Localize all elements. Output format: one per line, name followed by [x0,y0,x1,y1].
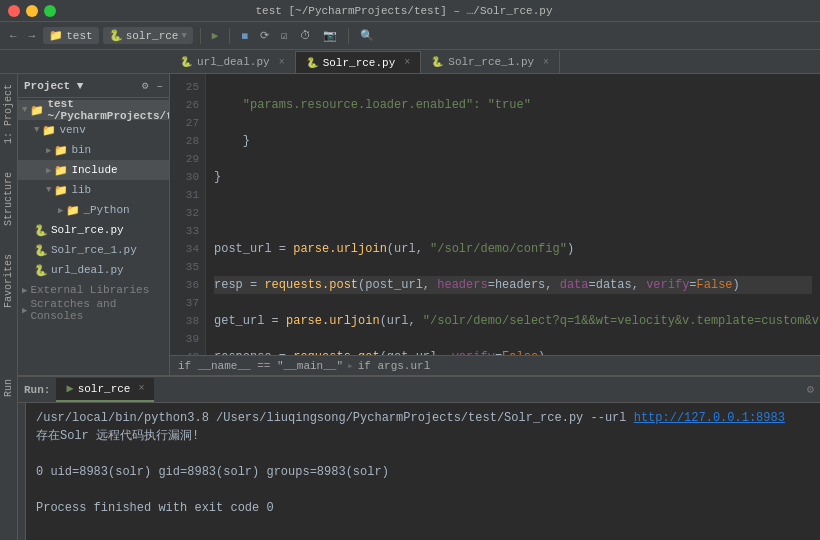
forward-button[interactable]: → [25,28,40,44]
tree-item-root[interactable]: 📁 test ~/PycharmProjects/test [18,100,169,120]
py-icon-2: 🐍 [306,57,318,69]
run-tab-icon: ▶ [66,381,73,396]
folder-python-icon: 📁 [66,204,80,217]
code-area: 25 26 27 28 29 30 31 32 33 34 35 36 37 3… [170,74,820,355]
tab-bar: 🐍 url_deal.py × 🐍 Solr_rce.py × 🐍 Solr_r… [0,50,820,74]
run-cmd-text: /usr/local/bin/python3.8 /Users/liuqings… [36,411,634,425]
project-name: test [66,30,92,42]
search-button[interactable]: 🔍 [356,27,378,44]
run-cmd-line: /usr/local/bin/python3.8 /Users/liuqings… [36,409,810,427]
separator-1 [200,28,201,44]
back-button[interactable]: ← [6,28,21,44]
tab-solr-rce[interactable]: 🐍 Solr_rce.py × [296,51,422,73]
run-panel-label[interactable]: Run [3,379,14,397]
tab-label: url_deal.py [197,56,270,68]
run-settings-icon[interactable]: ⚙ [807,382,814,397]
folder-bin-icon: 📁 [54,144,68,157]
tab-close-2-icon[interactable]: × [543,57,549,68]
run-tab-close[interactable]: × [138,383,144,394]
separator-3 [348,28,349,44]
run-line-2 [36,445,810,463]
profile-button[interactable]: ☑ [277,27,292,44]
maximize-dot[interactable] [44,5,56,17]
tree-item-venv[interactable]: 📁 venv [18,120,169,140]
file-badge[interactable]: 🐍 solr_rce ▼ [103,27,193,44]
folder-root-icon: 📁 [30,104,44,117]
tree-python-label: _Python [83,204,129,216]
coverage-button[interactable]: ⟳ [256,27,273,44]
breadcrumb-item-1[interactable]: if __name__ == "__main__" [178,360,343,372]
project-tree-header: Project ▼ ⚙ – [18,74,169,98]
window-controls [8,5,56,17]
close-dot[interactable] [8,5,20,17]
run-button[interactable]: ▶ [208,27,223,44]
project-panel-label[interactable]: 1: Project [3,84,14,144]
run-tab-label: solr_rce [78,383,131,395]
code-line-27: } [214,168,812,186]
file-name-badge: solr_rce [126,30,179,42]
tree-ext-libs-label: External Libraries [30,284,149,296]
project-tree: Project ▼ ⚙ – 📁 test ~/PycharmProjects/t… [18,74,170,375]
tree-collapse-icon[interactable]: – [156,80,163,92]
py-icon-3: 🐍 [431,56,443,68]
chevron-python [58,205,63,216]
chevron-venv [34,125,39,135]
code-content[interactable]: "params.resource.loader.enabled": "true"… [206,74,820,355]
project-badge: 📁 test [43,27,98,44]
tree-item-solr-rce[interactable]: 🐍 Solr_rce.py [18,220,169,240]
tab-close-icon[interactable]: × [279,57,285,68]
toolbar: ← → 📁 test 🐍 solr_rce ▼ ▶ ◼ ⟳ ☑ ⏱ 📷 🔍 [0,22,820,50]
code-line-29: post_url = parse.urljoin(url, "/solr/dem… [214,240,812,258]
code-line-30: resp = requests.post(post_url, headers=h… [214,276,812,294]
chevron-bin [46,145,51,156]
tree-item-bin[interactable]: 📁 bin [18,140,169,160]
tree-item-include[interactable]: 📁 Include [18,160,169,180]
chevron-include [46,165,51,176]
tree-item-lib[interactable]: 📁 lib [18,180,169,200]
py-file-solr-icon: 🐍 [34,224,48,237]
structure-panel-label[interactable]: Structure [3,172,14,226]
timer-button[interactable]: ⏱ [296,27,315,44]
code-line-32: response = requests.get(get_url, verify=… [214,348,812,355]
camera-button[interactable]: 📷 [319,27,341,44]
chevron-lib [46,185,51,195]
tree-scratches-label: Scratches and Consoles [30,298,169,322]
py-file-url-icon: 🐍 [34,264,48,277]
tree-item-solr-rce-1[interactable]: 🐍 Solr_rce_1.py [18,240,169,260]
chevron-ext-libs [22,285,27,296]
run-output: /usr/local/bin/python3.8 /Users/liuqings… [26,403,820,540]
folder-include-icon: 📁 [54,164,68,177]
tree-solr-rce-1-label: Solr_rce_1.py [51,244,137,256]
tab-close-active-icon[interactable]: × [404,57,410,68]
tab-url-deal[interactable]: 🐍 url_deal.py × [170,51,296,73]
breadcrumb: if __name__ == "__main__" ▸ if args.url [170,355,820,375]
tab-label-active: Solr_rce.py [323,57,396,69]
py-icon: 🐍 [180,56,192,68]
tree-content: 📁 test ~/PycharmProjects/test 📁 venv 📁 b… [18,98,169,375]
tree-settings-icon[interactable]: ⚙ [142,79,149,92]
favorites-panel-label[interactable]: Favorites [3,254,14,308]
tree-root-label: test ~/PycharmProjects/test [47,98,169,122]
tree-url-deal-label: url_deal.py [51,264,124,276]
run-line-5: Process finished with exit code 0 [36,499,810,517]
editor[interactable]: 25 26 27 28 29 30 31 32 33 34 35 36 37 3… [170,74,820,375]
code-line-26: } [214,132,812,150]
tree-item-url-deal[interactable]: 🐍 url_deal.py [18,260,169,280]
main-area: 1: Project Structure Favorites Run Proje… [0,74,820,540]
tree-bin-label: bin [71,144,91,156]
tree-venv-label: venv [59,124,85,136]
tab-label-2: Solr_rce_1.py [448,56,534,68]
breadcrumb-item-2[interactable]: if args.url [358,360,431,372]
tree-item-ext-libs[interactable]: External Libraries [18,280,169,300]
tree-item-scratches[interactable]: Scratches and Consoles [18,300,169,320]
breadcrumb-sep-1: ▸ [347,359,354,372]
tree-header-title: Project ▼ [24,80,83,92]
debug-button[interactable]: ◼ [237,27,252,44]
tree-item-python[interactable]: 📁 _Python [18,200,169,220]
run-panel: Run: ▶ solr_rce × ⚙ ▶ ↺ ◼ ▲ ▼ ↩ ⊞ /u [0,375,820,540]
minimize-dot[interactable] [26,5,38,17]
run-line-4 [36,481,810,499]
run-tab-solr-rce[interactable]: ▶ solr_rce × [56,378,154,402]
run-url-link[interactable]: http://127.0.0.1:8983 [634,411,785,425]
tab-solr-rce-1[interactable]: 🐍 Solr_rce_1.py × [421,51,560,73]
